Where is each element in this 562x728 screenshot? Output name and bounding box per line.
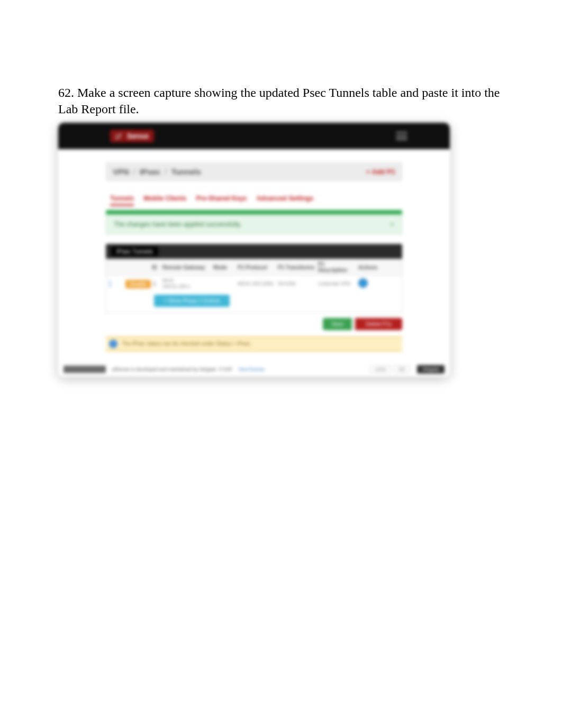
success-bar (106, 210, 402, 214)
table-header-row: ID Remote Gateway Mode P1 Protocol P1 Tr… (106, 259, 402, 276)
edition-badge: CE (394, 366, 410, 373)
license-link[interactable]: View license. (238, 367, 266, 372)
logo: pf Sense (110, 130, 154, 142)
tab-row: Tunnels Mobile Clients Pre-Shared Keys A… (106, 195, 402, 208)
ipsec-tunnels-table: ID Remote Gateway Mode P1 Protocol P1 Tr… (106, 259, 402, 313)
success-message: The changes have been applied successful… (106, 214, 402, 234)
delete-button[interactable]: Delete P1s (355, 318, 402, 330)
tab-preshared-keys[interactable]: Pre-Shared Keys (196, 195, 247, 206)
tab-tunnels[interactable]: Tunnels (110, 195, 134, 206)
disable-chip[interactable]: Disable (125, 280, 151, 288)
add-p1-button[interactable]: + Add P1 (366, 168, 395, 176)
info-icon (109, 340, 117, 348)
hamburger-icon[interactable] (396, 132, 407, 140)
instruction-text: 62. Make a screen capture showing the up… (58, 85, 504, 117)
action-row: Save Delete P1s (106, 318, 402, 330)
top-nav: pf Sense (58, 123, 450, 149)
footer: pfSense is developed and maintained by N… (58, 365, 450, 374)
show-phase2-button[interactable]: + Show Phase 2 Entries (154, 295, 230, 307)
tab-advanced[interactable]: Advanced Settings (257, 195, 314, 206)
close-icon[interactable]: × (390, 220, 394, 229)
version-badge: 2.6.0 (370, 366, 391, 373)
row-checkbox[interactable] (110, 280, 111, 287)
tab-mobile-clients[interactable]: Mobile Clients (143, 195, 186, 206)
crumb-ipsec[interactable]: IPsec (140, 167, 160, 176)
crumb-vpn[interactable]: VPN (113, 167, 129, 176)
netgate-badge: Netgate (417, 365, 445, 374)
breadcrumb: VPN / IPsec / Tunnels + Add P1 (106, 162, 402, 181)
table-row: Disable 1 WAN 198.51.100.1 IKEv2 AES (25… (106, 276, 402, 292)
screenshot-pfsense: pf Sense VPN / IPsec / Tunnels + Add P1 … (58, 123, 450, 377)
footer-block (64, 366, 106, 373)
save-button[interactable]: Save (323, 318, 352, 330)
crumb-tunnels[interactable]: Tunnels (171, 167, 201, 176)
section-header: IPsec Tunnels (106, 244, 402, 259)
status-dot-icon[interactable] (358, 278, 368, 288)
info-strip: The IPsec status can be checked under St… (106, 336, 402, 351)
